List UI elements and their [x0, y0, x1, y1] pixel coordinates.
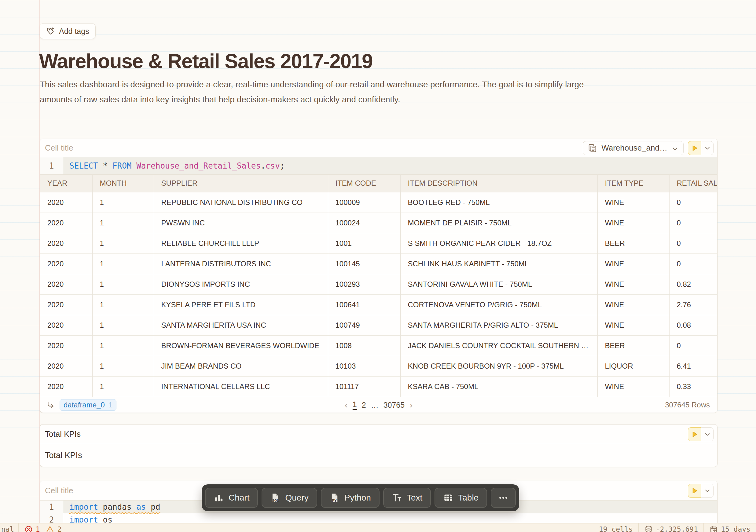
table-icon: [443, 493, 453, 503]
page-description-line: This sales dashboard is designed to prov…: [40, 77, 730, 92]
pagination-next[interactable]: ›: [410, 400, 413, 410]
calendar-icon: [710, 525, 718, 532]
table-cell: 1: [92, 294, 154, 315]
toolbar-button-label: Python: [344, 493, 371, 503]
table-cell: BEER: [597, 233, 669, 253]
table-cell: 1: [92, 274, 154, 294]
days-value: 15 days: [721, 525, 750, 532]
table-cell: 6.41: [669, 356, 717, 376]
run-options-button[interactable]: [701, 141, 714, 155]
compute-indicator[interactable]: -2,325,691: [639, 523, 703, 532]
sql-code-line[interactable]: 1 SELECT * FROM Warehouse_and_Retail_Sal…: [40, 157, 717, 175]
table-cell: BOOTLEG RED - 750ML: [400, 192, 597, 213]
table-cell: BEER: [597, 335, 669, 356]
code-token: csv: [265, 161, 280, 170]
insert-table-button[interactable]: Table: [435, 488, 487, 508]
sql-file-icon: SQL: [270, 493, 281, 503]
code-token: [146, 502, 151, 512]
pagination-page[interactable]: 1: [353, 400, 357, 410]
table-cell: 1: [92, 376, 154, 397]
run-options-button[interactable]: [701, 484, 714, 498]
more-options-button[interactable]: [491, 488, 516, 508]
table-cell: MOMENT DE PLAISIR - 750ML: [400, 213, 597, 233]
run-cell-button[interactable]: [688, 427, 701, 441]
python-file-icon: PY: [329, 493, 340, 503]
run-split-button: [688, 484, 714, 498]
code-token: [98, 502, 103, 512]
line-number: 1: [40, 157, 63, 174]
insert-query-button[interactable]: SQLQuery: [261, 488, 317, 508]
run-cell-button[interactable]: [688, 484, 701, 498]
table-header-row: YEARMONTHSUPPLIERITEM CODEITEM DESCRIPTI…: [40, 175, 717, 192]
problems-indicator[interactable]: 1 2: [19, 525, 67, 532]
toolbar-button-label: Text: [407, 493, 422, 503]
table-cell: WINE: [597, 253, 669, 274]
text-format-icon: [392, 493, 402, 503]
table-cell: WINE: [597, 315, 669, 335]
code-token: SELECT: [69, 161, 98, 170]
warning-count: 2: [57, 525, 62, 532]
table-row: 20201INTERNATIONAL CELLARS LLC101117KSAR…: [40, 376, 717, 397]
add-tags-button[interactable]: Add tags: [40, 23, 95, 39]
code-token: ;: [280, 161, 285, 170]
pagination-prev[interactable]: ‹: [345, 400, 348, 410]
page-title: Warehouse & Retail Sales 2017-2019: [39, 49, 372, 73]
pane-label[interactable]: nal: [0, 525, 18, 532]
insert-text-button[interactable]: Text: [383, 488, 431, 508]
table-cell: KSARA CAB - 750ML: [400, 376, 597, 397]
table-cell: 2020: [40, 253, 92, 274]
data-source-selector[interactable]: Warehouse_and…: [583, 141, 684, 155]
toolbar-button-label: Query: [285, 493, 308, 503]
cell-title-input[interactable]: Cell title: [45, 143, 73, 153]
table-cell: 1: [92, 356, 154, 376]
column-header: ITEM TYPE: [597, 175, 669, 192]
table-row: 20201JIM BEAM BRANDS CO10103KNOB CREEK B…: [40, 356, 717, 376]
table-cell: 0.08: [669, 315, 717, 335]
insert-python-button[interactable]: PYPython: [321, 488, 380, 508]
table-cell: 100641: [328, 294, 400, 315]
pagination-page[interactable]: 2: [362, 401, 366, 410]
sql-code[interactable]: SELECT * FROM Warehouse_and_Retail_Sales…: [63, 157, 717, 174]
pagination-page[interactable]: 30765: [384, 401, 405, 410]
table-row: 20201REPUBLIC NATIONAL DISTRIBUTING CO10…: [40, 192, 717, 213]
column-header: ITEM DESCRIPTION: [400, 175, 597, 192]
table-cell: 1008: [328, 335, 400, 356]
code-token: Warehouse_and_Retail_Sales: [136, 161, 261, 170]
cell-title-input[interactable]: Cell title: [45, 486, 73, 495]
pagination-page[interactable]: …: [371, 401, 379, 410]
table-cell: KYSELA PERE ET FILS LTD: [154, 294, 328, 315]
table-cell: 1001: [328, 233, 400, 253]
kpi-cell-title[interactable]: Total KPIs: [45, 429, 81, 439]
code-token: FROM: [113, 161, 132, 170]
table-cell: 2020: [40, 233, 92, 253]
days-indicator[interactable]: 15 days: [704, 523, 756, 532]
table-cell: 1: [92, 192, 154, 213]
table-cell: 101117: [328, 376, 400, 397]
table-cell: SCHLINK HAUS KABINETT - 750ML: [400, 253, 597, 274]
table-row: 20201DIONYSOS IMPORTS INC100293SANTORINI…: [40, 274, 717, 294]
table-cell: DIONYSOS IMPORTS INC: [154, 274, 328, 294]
table-cell: PWSWN INC: [154, 213, 328, 233]
table-cell: WINE: [597, 294, 669, 315]
table-cell: 2020: [40, 213, 92, 233]
run-options-button[interactable]: [701, 427, 714, 441]
run-cell-button[interactable]: [688, 141, 701, 155]
table-cell: 1: [92, 233, 154, 253]
table-cell: S SMITH ORGANIC PEAR CIDER - 18.7OZ: [400, 233, 597, 253]
play-icon: [690, 430, 699, 438]
dataframe-badge[interactable]: dataframe_0 1: [60, 399, 117, 411]
page-description: This sales dashboard is designed to prov…: [40, 77, 730, 107]
table-row: 20201RELIABLE CHURCHILL LLLP1001S SMITH …: [40, 233, 717, 253]
insert-chart-button[interactable]: Chart: [205, 488, 258, 508]
code-token: *: [103, 161, 108, 170]
table-cell: SANTA MARGHERITA USA INC: [154, 315, 328, 335]
column-header: SUPPLIER: [154, 175, 328, 192]
table-cell: 1: [92, 315, 154, 335]
table-cell: 100024: [328, 213, 400, 233]
table-cell: 100749: [328, 315, 400, 335]
table-cell: BROWN-FORMAN BEVERAGES WORLDWIDE: [154, 335, 328, 356]
code-token: import: [69, 502, 98, 512]
sql-cell-header: Cell title Warehouse_and…: [40, 139, 717, 157]
table-cell: 10103: [328, 356, 400, 376]
database-icon: [644, 525, 653, 532]
